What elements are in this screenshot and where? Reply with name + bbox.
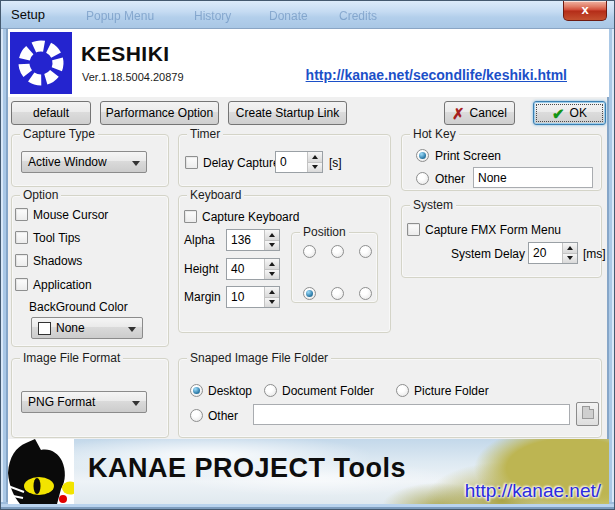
timer-title: Timer — [187, 127, 223, 141]
capture-type-select[interactable]: Active Window — [21, 151, 147, 173]
ok-button[interactable]: ✔ OK — [533, 101, 606, 125]
aperture-logo-icon — [10, 32, 72, 94]
system-delay-spinner[interactable]: 20 — [528, 242, 578, 264]
system-delay-label: System Delay — [451, 247, 525, 262]
system-delay-value: 20 — [529, 243, 562, 263]
height-spinner[interactable]: 40 — [226, 258, 280, 280]
system-delay-unit-label: [ms] — [583, 247, 606, 262]
chevron-down-icon — [132, 161, 140, 166]
height-label: Height — [184, 262, 219, 277]
position-radio-top-right[interactable] — [359, 245, 372, 258]
background-color-label: BackGround Color — [29, 300, 128, 315]
position-radio-bottom-right[interactable] — [359, 287, 372, 300]
spin-up-icon[interactable] — [563, 243, 577, 254]
spin-up-icon[interactable] — [265, 230, 279, 241]
tool-tips-checkbox[interactable] — [15, 231, 28, 244]
position-radio-bottom-center[interactable] — [331, 287, 344, 300]
mouse-cursor-checkbox[interactable] — [15, 208, 28, 221]
hotkey-other-radio[interactable] — [416, 172, 429, 185]
capture-keyboard-label: Capture Keyboard — [202, 210, 299, 225]
window-border-right — [607, 29, 614, 509]
position-radio-top-left[interactable] — [303, 245, 316, 258]
spin-up-icon[interactable] — [308, 152, 322, 163]
print-screen-label: Print Screen — [435, 149, 501, 164]
folder-other-radio[interactable] — [190, 409, 203, 422]
document-folder-label: Document Folder — [282, 384, 374, 399]
close-button[interactable]: x — [563, 1, 607, 21]
setup-dialog: Setup Popup Menu History Donate Credits … — [0, 0, 615, 510]
document-folder-radio[interactable] — [264, 384, 277, 397]
browse-folder-button[interactable] — [576, 402, 599, 426]
tool-tips-label: Tool Tips — [33, 231, 80, 246]
capture-type-value: Active Window — [28, 155, 107, 169]
create-startup-link-button[interactable]: Create Startup Link — [228, 101, 347, 125]
cancel-button-label: Cancel — [470, 106, 507, 120]
image-format-select[interactable]: PNG Format — [21, 391, 147, 413]
picture-folder-radio[interactable] — [396, 384, 409, 397]
position-radio-bottom-left[interactable] — [303, 287, 316, 300]
desktop-radio[interactable] — [190, 384, 203, 397]
hotkey-other-label: Other — [435, 172, 465, 187]
performance-option-button[interactable]: Parformance Option — [100, 101, 219, 125]
ok-button-label: OK — [570, 106, 587, 120]
spin-down-icon[interactable] — [563, 254, 577, 264]
kanae-banner: KANAE PROJECT Tools http://kanae.net/ — [8, 439, 609, 504]
position-title: Position — [300, 225, 349, 239]
spin-down-icon[interactable] — [265, 241, 279, 251]
system-title: System — [410, 198, 456, 212]
folder-other-label: Other — [208, 409, 238, 424]
image-format-title: Image File Format — [20, 351, 123, 365]
capture-fmx-checkbox[interactable] — [407, 223, 420, 236]
spinner-buttons — [562, 243, 577, 263]
position-radio-top-center[interactable] — [331, 245, 344, 258]
chevron-down-icon — [132, 401, 140, 406]
ghost-tab-popup-menu: Popup Menu — [86, 9, 154, 23]
spin-up-icon[interactable] — [265, 287, 279, 298]
spin-down-icon[interactable] — [265, 270, 279, 280]
title-bar[interactable]: Setup Popup Menu History Donate Credits … — [1, 1, 614, 29]
capture-keyboard-checkbox[interactable] — [184, 210, 197, 223]
spin-down-icon[interactable] — [265, 298, 279, 308]
default-button[interactable]: default — [11, 101, 91, 125]
cat-logo-box — [8, 439, 74, 504]
app-header: KESHIKI Ver.1.18.5004.20879 http://kanae… — [8, 29, 609, 97]
spinner-buttons — [307, 152, 322, 172]
color-swatch — [38, 322, 51, 335]
folder-other-input[interactable] — [253, 404, 570, 425]
spinner-buttons — [264, 259, 279, 279]
window-title: Setup — [11, 7, 45, 22]
ghost-tab-history: History — [194, 9, 231, 23]
keyboard-title: Keyboard — [187, 188, 244, 202]
application-checkbox[interactable] — [15, 278, 28, 291]
cancel-x-icon: ✗ — [452, 106, 465, 121]
print-screen-radio[interactable] — [416, 149, 429, 162]
option-title: Option — [20, 188, 61, 202]
performance-option-label: Parformance Option — [106, 106, 213, 120]
app-name: KESHIKI — [81, 42, 170, 66]
alpha-spinner[interactable]: 136 — [226, 229, 280, 251]
background-color-select[interactable]: None — [31, 317, 143, 339]
shadows-checkbox[interactable] — [15, 254, 28, 267]
close-icon: x — [581, 2, 588, 17]
homepage-link[interactable]: http://kanae.net/secondlife/keshiki.html — [306, 67, 567, 83]
banner-photo: KANAE PROJECT Tools http://kanae.net/ — [74, 439, 609, 504]
delay-capture-spinner[interactable]: 0 — [275, 151, 323, 173]
app-version: Ver.1.18.5004.20879 — [82, 71, 184, 83]
shadows-label: Shadows — [33, 254, 82, 269]
spin-up-icon[interactable] — [265, 259, 279, 270]
delay-capture-value: 0 — [276, 152, 307, 172]
delay-capture-checkbox[interactable] — [185, 156, 198, 169]
margin-value: 10 — [227, 287, 264, 307]
hotkey-other-input[interactable] — [473, 167, 593, 188]
spinner-buttons — [264, 287, 279, 307]
banner-link[interactable]: http://kanae.net/ — [465, 480, 601, 502]
capture-type-title: Capture Type — [20, 127, 98, 141]
cancel-button[interactable]: ✗ Cancel — [444, 101, 515, 125]
height-value: 40 — [227, 259, 264, 279]
spin-down-icon[interactable] — [308, 163, 322, 173]
background-color-value: None — [56, 321, 85, 335]
margin-spinner[interactable]: 10 — [226, 286, 280, 308]
folder-icon — [582, 409, 594, 419]
spinner-buttons — [264, 230, 279, 250]
ok-check-icon: ✔ — [552, 106, 565, 121]
